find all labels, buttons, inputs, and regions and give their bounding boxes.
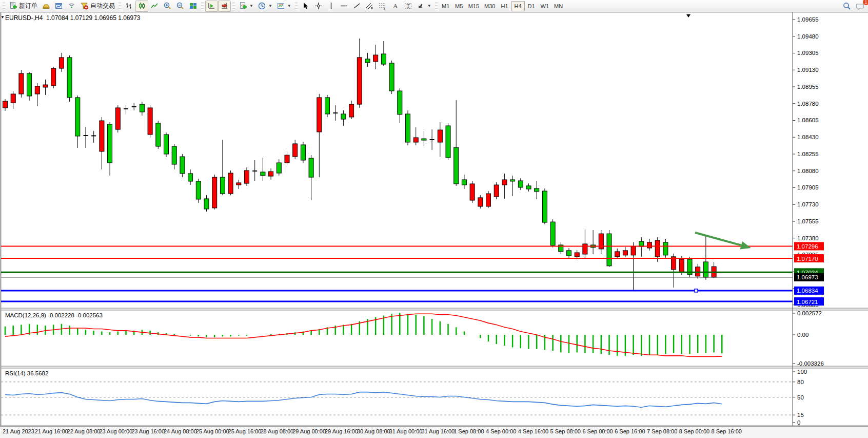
auto-trading-icon — [80, 2, 89, 10]
crosshair-button[interactable] — [312, 1, 325, 12]
bearish-candle — [357, 58, 362, 104]
macd-scale-label: 0.00 — [797, 332, 808, 338]
timeframe-button-h4[interactable]: H4 — [511, 1, 525, 11]
bullish-candle — [550, 222, 555, 245]
auto-trading-button[interactable]: 自动交易 — [78, 1, 117, 12]
time-axis[interactable]: 21 Aug 202321 Aug 16:0022 Aug 08:0023 Au… — [0, 426, 868, 438]
line-selection-handle[interactable] — [695, 289, 698, 292]
zoom-out-button[interactable] — [174, 1, 187, 12]
timeframe-button-m15[interactable]: M15 — [466, 1, 482, 11]
equidistant-channel-button[interactable]: E — [363, 1, 376, 12]
bullish-candle — [309, 158, 313, 177]
bullish-candle — [398, 91, 402, 115]
chat-button[interactable]: 1 — [854, 1, 867, 12]
bearish-candle — [413, 138, 418, 142]
time-axis-label: 21 Aug 2023 — [3, 428, 34, 434]
panel-separator[interactable] — [1, 366, 868, 368]
bullish-candle — [462, 180, 466, 185]
auto-scroll-icon — [207, 2, 216, 10]
vertical-line-icon — [327, 2, 336, 10]
timeframe-button-m1[interactable]: M1 — [439, 1, 452, 11]
price-tick-label: 1.07730 — [797, 201, 819, 207]
time-axis-label: 8 Sep 00:00 — [679, 428, 709, 434]
price-level-badge-text: 1.07170 — [797, 256, 818, 262]
bullish-candle — [156, 123, 161, 146]
time-axis-label: 24 Aug 08:00 — [164, 428, 197, 434]
timeframe-button-w1[interactable]: W1 — [538, 1, 552, 11]
bearish-candle — [43, 85, 48, 87]
toolbar-grip[interactable] — [201, 2, 204, 10]
new-chart-button[interactable] — [52, 1, 65, 12]
bar-chart-button[interactable] — [123, 1, 135, 12]
time-axis-label: 6 Sep 16:00 — [615, 428, 645, 434]
bearish-candle — [349, 104, 354, 117]
line-chart-button[interactable] — [148, 1, 161, 12]
svg-text:A: A — [393, 2, 398, 10]
tile-windows-icon — [189, 2, 198, 10]
toolbar-grip[interactable] — [119, 2, 121, 10]
macd-scale-label: -0.003326 — [797, 360, 824, 367]
bearish-candle — [35, 86, 40, 94]
timeframe-button-m5[interactable]: M5 — [452, 1, 466, 11]
price-level-badge-text: 1.06834 — [797, 288, 818, 294]
time-axis-label: 5 Sep 08:00 — [550, 428, 581, 434]
bullish-candle — [454, 147, 459, 184]
chart-shift-button[interactable] — [218, 1, 231, 12]
search-button[interactable] — [840, 1, 854, 12]
panel-separator[interactable] — [1, 308, 868, 310]
templates-button[interactable]: ▼ — [274, 1, 293, 12]
bearish-candle — [615, 252, 620, 257]
bullish-candle — [510, 180, 515, 181]
cursor-button[interactable] — [299, 1, 312, 12]
gold-bar-button[interactable] — [40, 1, 52, 12]
bearish-candle — [470, 184, 475, 200]
time-axis-label: 31 Aug 00:00 — [389, 428, 423, 434]
crosshair-icon — [314, 2, 323, 10]
price-chart-canvas[interactable]: 1.096551.094801.093051.091301.089551.087… — [1, 12, 868, 426]
fibonacci-button[interactable]: F — [376, 1, 389, 12]
bearish-candle — [228, 173, 233, 194]
arrows-icon — [417, 2, 425, 10]
text-tool-button[interactable]: A — [389, 1, 402, 12]
timeframe-button-mn[interactable]: MN — [551, 1, 565, 11]
text-label-button[interactable]: T — [402, 1, 415, 12]
bullish-candle — [381, 54, 386, 64]
time-axis-label: 23 Aug 16:00 — [131, 428, 165, 434]
price-tick-label: 1.08430 — [797, 134, 819, 140]
chart-window[interactable]: 1.096551.094801.093051.091301.089551.087… — [0, 12, 868, 426]
tile-windows-button[interactable] — [187, 1, 200, 12]
toolbar-grip[interactable] — [3, 2, 5, 10]
bullish-candle — [446, 126, 450, 158]
indicators-button[interactable]: ▼ — [236, 1, 255, 12]
vertical-line-button[interactable] — [325, 1, 338, 12]
time-axis-label: 23 Aug 00:00 — [99, 428, 132, 434]
bullish-candle — [607, 234, 611, 266]
new-order-button[interactable]: 新订单 — [7, 1, 40, 12]
zoom-in-button[interactable] — [161, 1, 174, 12]
bearish-candle — [438, 130, 442, 142]
bearish-candle — [373, 55, 378, 62]
timeframe-button-h1[interactable]: H1 — [498, 1, 511, 11]
trendline-button[interactable] — [350, 1, 363, 12]
arrows-button[interactable]: ▼ — [415, 1, 433, 12]
horizontal-line-button[interactable] — [338, 1, 350, 12]
signals-button[interactable] — [65, 1, 78, 12]
toolbar-grip[interactable] — [232, 2, 235, 10]
auto-scroll-button[interactable] — [205, 1, 218, 12]
price-tick-label: 1.09130 — [797, 67, 819, 73]
toolbar-grip[interactable] — [435, 2, 438, 10]
bearish-candle — [245, 170, 249, 183]
timeframe-button-d1[interactable]: D1 — [525, 1, 538, 11]
periods-button[interactable]: ▼ — [255, 1, 274, 12]
time-axis-label: 4 Sep 00:00 — [486, 428, 516, 434]
bearish-candle — [3, 101, 8, 108]
bullish-candle — [172, 146, 176, 164]
bullish-candle — [188, 174, 193, 181]
price-level-badge-text: 1.07296 — [797, 243, 818, 250]
bearish-candle — [478, 198, 483, 206]
timeframe-button-m30[interactable]: M30 — [482, 1, 498, 11]
candlestick-button[interactable] — [135, 1, 148, 12]
toolbar-grip[interactable] — [295, 2, 298, 10]
bullish-candle — [535, 188, 539, 192]
time-axis-label: 29 Aug 00:00 — [292, 428, 326, 434]
